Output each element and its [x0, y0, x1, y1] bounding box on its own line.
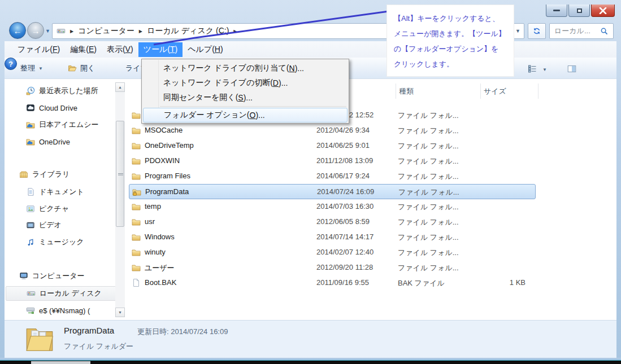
breadcrumb-arrow-icon[interactable]: ▶	[134, 29, 147, 34]
restore-button[interactable]	[568, 5, 590, 17]
organize-button[interactable]: 整理▼	[20, 63, 43, 73]
back-button[interactable]: ←	[9, 22, 26, 39]
table-row[interactable]: MSOCache2012/04/26 9:34ファイル フォル...	[129, 123, 536, 138]
menu-view[interactable]: 表示(V)	[102, 42, 138, 57]
table-row[interactable]: temp2014/07/03 16:30ファイル フォル...	[129, 199, 536, 214]
scrollbar-thumb[interactable]	[116, 121, 124, 227]
views-icon	[528, 64, 537, 73]
restore-icon	[577, 8, 582, 13]
sidebar-item-cloud-drive[interactable]: Cloud Drive	[6, 100, 119, 115]
column-header-size[interactable]: サイズ	[484, 86, 506, 97]
minimize-button[interactable]	[546, 5, 567, 17]
table-row-selected[interactable]: ProgramData2014/07/24 16:09ファイル フォル...	[129, 184, 536, 199]
menu-item-map-network-drive[interactable]: ネットワーク ドライブの割り当て(N)...	[143, 61, 348, 76]
recent-places-icon	[26, 86, 35, 95]
table-row[interactable]: ユーザー2012/09/20 11:28ファイル フォル...	[129, 260, 536, 275]
breadcrumb-item-computer[interactable]: コンピューター	[78, 26, 134, 36]
explorer-window: { "icons": { "breadcrumb-arrow": "▶", "d…	[0, 0, 621, 364]
breadcrumb-arrow-icon[interactable]: ▶	[66, 29, 78, 34]
scroll-up-button[interactable]: ▲	[115, 82, 125, 92]
sync-folder-icon	[26, 137, 35, 146]
folder-icon	[132, 111, 141, 120]
sidebar-item-recent-places[interactable]: 最近表示した場所	[6, 84, 119, 98]
close-button[interactable]	[591, 5, 615, 17]
taskbar-strip	[0, 361, 621, 364]
help-button[interactable]: ?	[5, 58, 17, 70]
disk-icon	[27, 289, 36, 298]
scroll-down-button[interactable]: ▼	[115, 308, 125, 317]
dropdown-caret-icon: ▼	[38, 66, 43, 71]
sidebar-item-pictures[interactable]: ピクチャ	[6, 201, 119, 216]
menu-help[interactable]: ヘルプ(H)	[183, 42, 228, 57]
menu-edit[interactable]: 編集(E)	[65, 42, 102, 57]
sync-folder-icon	[26, 120, 35, 129]
recent-pages-caret-icon[interactable]: ▼	[45, 28, 50, 34]
music-icon	[26, 238, 35, 247]
table-row[interactable]: Program Files2014/06/17 9:24ファイル フォル...	[129, 169, 536, 184]
sidebar-item-nihon-imc[interactable]: 日本アイエムシー	[6, 117, 119, 132]
instruction-callout: 【Alt】キーをクリックすると、 メニューが開きます。【ツール】 の【フォルダー…	[387, 5, 514, 77]
table-row[interactable]: OneDriveTemp2014/06/25 9:01ファイル フォル...	[129, 138, 536, 154]
sidebar-scrollbar[interactable]: ▲ ▼	[115, 82, 125, 317]
sidebar-item-local-disk[interactable]: ローカル ディスク	[6, 286, 119, 301]
menu-separator	[160, 106, 346, 107]
folder-icon	[132, 202, 141, 211]
menu-tools[interactable]: ツール(T)	[138, 42, 183, 57]
forward-button[interactable]: →	[27, 22, 44, 39]
breadcrumb-item-local-disk[interactable]: ローカル ディスク (C:)	[147, 26, 229, 36]
selected-item-modified: 更新日時: 2014/07/24 16:09	[137, 327, 228, 337]
menu-file[interactable]: ファイル(F)	[12, 42, 65, 57]
table-row[interactable]: winuty2014/02/07 12:40ファイル フォル...	[129, 245, 536, 260]
forward-arrow-icon: →	[32, 27, 40, 35]
search-icon[interactable]	[600, 27, 609, 36]
libraries-icon	[19, 170, 28, 179]
selected-item-type: ファイル フォルダー	[64, 341, 133, 352]
preview-pane-button[interactable]	[567, 64, 576, 73]
computer-icon	[19, 271, 28, 280]
menu-item-disconnect-network-drive[interactable]: ネットワーク ドライブの切断(D)...	[143, 76, 348, 90]
change-view-button[interactable]	[528, 64, 537, 73]
open-button[interactable]: 開く	[68, 63, 95, 73]
menu-item-folder-options[interactable]: フォルダー オプション(O)...	[143, 108, 348, 122]
sidebar-item-videos[interactable]: ビデオ	[6, 218, 119, 233]
menu-item-open-sync-center[interactable]: 同期センターを開く(S)...	[143, 90, 348, 105]
navigation-pane: 最近表示した場所 Cloud Drive 日本アイエムシー OneDrive ラ…	[5, 79, 125, 320]
sidebar-item-computer[interactable]: コンピューター	[6, 269, 119, 283]
refresh-button[interactable]	[528, 23, 546, 39]
back-arrow-icon: ←	[14, 27, 22, 35]
pictures-icon	[26, 204, 35, 213]
sidebar-item-onedrive[interactable]: OneDrive	[6, 134, 119, 149]
sidebar-item-libraries[interactable]: ライブラリ	[6, 167, 119, 182]
cloud-drive-icon	[26, 103, 35, 112]
refresh-icon	[532, 27, 541, 36]
table-row[interactable]: usr2012/06/05 8:59ファイル フォル...	[129, 214, 536, 230]
network-drive-icon	[26, 306, 35, 315]
videos-icon	[26, 221, 35, 230]
sidebar-item-network-share[interactable]: e$ (¥¥Nsmag) (	[6, 303, 119, 318]
open-folder-icon	[68, 64, 77, 73]
locked-folder-icon	[132, 187, 141, 196]
big-folder-icon	[25, 323, 54, 353]
menu-bar: ファイル(F) 編集(E) 表示(V) ツール(T) ヘルプ(H)	[5, 41, 616, 58]
sidebar-item-documents[interactable]: ドキュメント	[6, 185, 119, 199]
folder-icon	[132, 172, 141, 181]
selected-item-name: ProgramData	[64, 326, 114, 335]
scrollbar-grip-icon	[118, 173, 123, 176]
sidebar-item-music[interactable]: ミュージック	[6, 235, 119, 249]
folder-icon	[132, 263, 141, 272]
table-row[interactable]: PDOXWIN2011/12/08 13:09ファイル フォル...	[129, 154, 536, 169]
table-row[interactable]: Boot.BAK2011/09/16 9:55BAK ファイル1 KB	[129, 275, 536, 291]
views-caret-icon[interactable]: ▼	[542, 67, 547, 72]
breadcrumb-arrow-icon[interactable]: ▶	[229, 29, 241, 34]
scroll-down-icon: ▼	[118, 310, 122, 314]
tools-menu-popup: ネットワーク ドライブの割り当て(N)... ネットワーク ドライブの切断(D)…	[141, 59, 349, 124]
documents-icon	[26, 187, 35, 196]
scroll-up-icon: ▲	[118, 85, 122, 89]
taskbar-item	[31, 361, 90, 364]
folder-icon	[132, 156, 141, 165]
details-pane: ProgramData 更新日時: 2014/07/24 16:09 ファイル …	[5, 320, 616, 358]
table-row[interactable]: Windows2014/07/14 14:17ファイル フォル...	[129, 230, 536, 245]
search-input[interactable]: ローカル...	[549, 23, 614, 39]
column-header-type[interactable]: 種類	[399, 86, 414, 97]
preview-pane-icon	[567, 64, 576, 73]
